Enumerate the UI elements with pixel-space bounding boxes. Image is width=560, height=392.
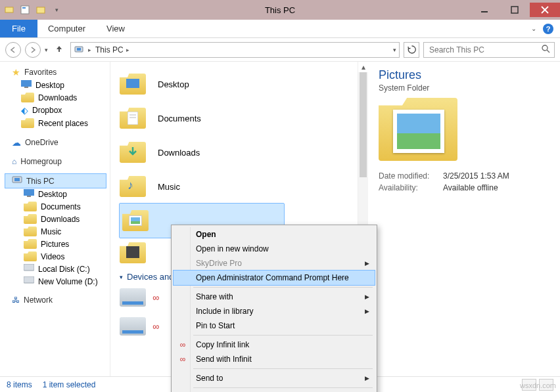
folder-music[interactable]: ♪ Music xyxy=(120,169,368,204)
svg-rect-3 xyxy=(37,7,45,13)
title-bar: ▾ This PC xyxy=(0,0,560,20)
ctx-label: Open in new window xyxy=(196,244,269,253)
address-dropdown-icon[interactable]: ▾ xyxy=(393,47,396,53)
nav-label: OneDrive xyxy=(25,138,58,147)
ctx-send-to[interactable]: Send to▶ xyxy=(174,371,375,385)
refresh-button[interactable] xyxy=(404,42,419,58)
search-input[interactable] xyxy=(428,45,542,55)
nav-item-desktop[interactable]: Desktop xyxy=(12,79,110,91)
up-button[interactable] xyxy=(52,44,66,55)
nav-item-label: Desktop xyxy=(35,81,64,90)
context-menu: Open Open in new window SkyDrive Pro▶ Op… xyxy=(171,225,377,392)
ctx-open-admin-cmd[interactable]: Open Administrator Command Prompt Here xyxy=(174,271,375,285)
forward-button[interactable] xyxy=(25,42,41,58)
crumb-chevron-icon[interactable]: ▸ xyxy=(88,47,91,53)
details-thumbnail xyxy=(379,98,457,161)
submenu-arrow-icon: ▶ xyxy=(365,294,369,300)
drive-icon xyxy=(24,264,34,274)
ctx-open[interactable]: Open xyxy=(174,227,375,242)
nav-item-label: New Volume (D:) xyxy=(38,277,98,286)
nav-item-pictures[interactable]: Pictures xyxy=(14,238,110,250)
folder-icon xyxy=(24,239,37,249)
folder-icon xyxy=(21,118,34,128)
svg-rect-18 xyxy=(24,264,34,271)
file-tab[interactable]: File xyxy=(0,20,37,37)
drive-icon xyxy=(24,276,34,286)
ctx-label: Pin to Start xyxy=(196,321,235,330)
infinit-icon: ∞ xyxy=(152,321,159,332)
scroll-thumb[interactable] xyxy=(360,72,367,177)
nav-item-documents[interactable]: Documents xyxy=(14,200,110,213)
meta-key: Date modified: xyxy=(379,171,438,181)
address-bar: ▾ ▸ This PC ▸ ▾ xyxy=(0,38,560,62)
svg-point-10 xyxy=(542,45,548,51)
search-box[interactable] xyxy=(423,42,555,58)
item-label: Downloads xyxy=(158,148,200,158)
item-label: Desktop xyxy=(158,79,189,89)
nav-item-local-disk-c[interactable]: Local Disk (C:) xyxy=(14,263,110,275)
help-icon[interactable]: ? xyxy=(543,24,553,34)
folder-desktop[interactable]: Desktop xyxy=(120,67,368,101)
ctx-include-in-library[interactable]: Include in library▶ xyxy=(174,304,375,318)
nav-item-label: Downloads xyxy=(38,93,77,102)
qat-new-folder-icon[interactable] xyxy=(35,5,46,15)
folder-downloads[interactable]: Downloads xyxy=(120,135,368,169)
back-button[interactable] xyxy=(5,42,21,58)
ctx-label: Open xyxy=(196,230,216,239)
dropbox-icon: ⬖ xyxy=(21,105,28,116)
qat-properties-icon[interactable] xyxy=(20,5,30,15)
ctx-label: Send with Infinit xyxy=(196,355,252,364)
ctx-label: Share with xyxy=(196,292,233,301)
folder-icon xyxy=(24,202,37,211)
ctx-open-new-window[interactable]: Open in new window xyxy=(174,242,375,256)
folder-icon xyxy=(24,251,37,261)
homegroup-icon: ⌂ xyxy=(12,157,16,166)
ctx-skydrive-pro[interactable]: SkyDrive Pro▶ xyxy=(174,256,375,271)
tab-view[interactable]: View xyxy=(96,20,135,37)
nav-item-dropbox[interactable]: ⬖ Dropbox xyxy=(12,104,110,117)
status-item-count: 8 items xyxy=(7,380,32,389)
nav-item-videos[interactable]: Videos xyxy=(14,250,110,263)
svg-rect-15 xyxy=(14,178,20,181)
crumb-chevron-icon[interactable]: ▸ xyxy=(126,47,129,53)
recent-locations-icon[interactable]: ▾ xyxy=(45,47,48,53)
folder-documents[interactable]: Documents xyxy=(120,101,368,135)
ctx-copy-infinit-link[interactable]: ∞Copy Infinit link xyxy=(174,338,375,352)
nav-onedrive[interactable]: ☁ OneDrive xyxy=(12,136,110,149)
folder-icon xyxy=(24,227,37,236)
nav-item-downloads[interactable]: Downloads xyxy=(12,91,110,104)
submenu-arrow-icon: ▶ xyxy=(365,260,369,267)
minimize-button[interactable] xyxy=(469,3,500,17)
breadcrumb[interactable]: This PC ▸ xyxy=(95,45,129,54)
search-icon[interactable] xyxy=(542,45,550,55)
nav-this-pc[interactable]: This PC xyxy=(5,174,106,188)
nav-homegroup[interactable]: ⌂ Homegroup xyxy=(12,156,110,167)
meta-value: 3/25/2015 1:53 AM xyxy=(443,171,509,181)
nav-label: Favorites xyxy=(24,68,57,77)
scroll-up-icon[interactable]: ▴ xyxy=(358,62,368,72)
nav-item-desktop[interactable]: Desktop xyxy=(14,188,110,200)
ctx-send-with-infinit[interactable]: ∞Send with Infinit xyxy=(174,352,375,366)
window-controls xyxy=(469,3,560,17)
ctx-pin-to-start[interactable]: Pin to Start xyxy=(174,318,375,333)
nav-item-new-volume-d[interactable]: New Volume (D:) xyxy=(14,275,110,288)
ribbon-expand-icon[interactable]: ⌄ xyxy=(531,25,536,32)
qat-chevron-down-icon[interactable]: ▾ xyxy=(51,5,62,15)
address-box[interactable]: ▸ This PC ▸ ▾ xyxy=(70,42,400,58)
nav-label: This PC xyxy=(26,177,55,186)
nav-item-music[interactable]: Music xyxy=(14,225,110,238)
ctx-share-with[interactable]: Share with▶ xyxy=(174,290,375,304)
nav-item-label: Dropbox xyxy=(32,106,62,115)
maximize-button[interactable] xyxy=(500,3,530,17)
close-button[interactable] xyxy=(530,3,560,17)
nav-network[interactable]: 🖧 Network xyxy=(12,294,110,306)
nav-item-recent-places[interactable]: Recent places xyxy=(12,117,110,129)
svg-rect-17 xyxy=(27,196,31,197)
details-subtitle: System Folder xyxy=(379,83,552,93)
svg-rect-13 xyxy=(24,87,28,88)
nav-item-downloads[interactable]: Downloads xyxy=(14,213,110,225)
folder-icon xyxy=(120,142,146,163)
tab-computer[interactable]: Computer xyxy=(37,20,96,37)
nav-favorites[interactable]: ★ Favorites xyxy=(12,66,110,79)
system-menu-icon[interactable] xyxy=(4,5,14,15)
